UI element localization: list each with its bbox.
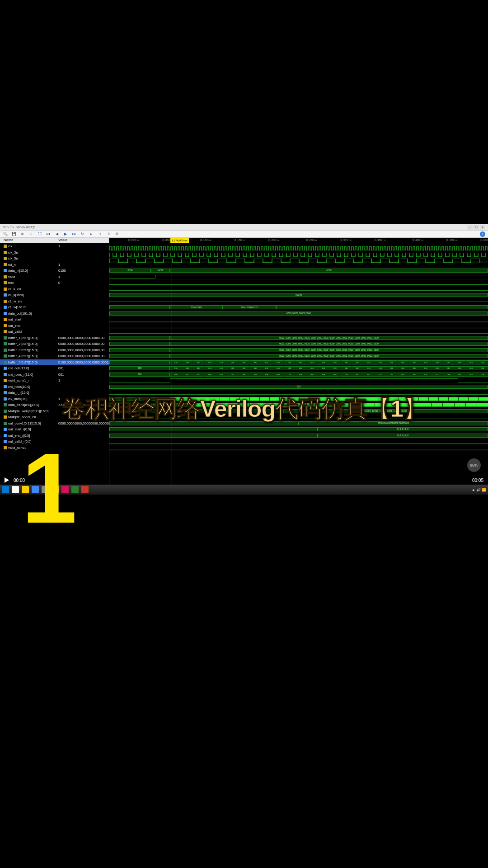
time-tick: |1,300 ns bbox=[340, 239, 352, 241]
signal-row[interactable]: c1_k_en bbox=[0, 286, 109, 292]
signal-row[interactable]: c1_k[15:0] bbox=[0, 292, 109, 298]
wave-row[interactable] bbox=[109, 323, 488, 329]
signal-row[interactable]: buffer_2[0:27][15:0]0000,0000,0000,0000,… bbox=[0, 341, 109, 347]
wave-row[interactable]: 0000XXXX0100 bbox=[109, 268, 488, 274]
step-fwd-icon[interactable]: ▶ bbox=[63, 231, 68, 236]
wave-row[interactable]: 0, 0, 0, 0, 0 bbox=[109, 433, 488, 439]
wave-row[interactable] bbox=[109, 329, 488, 335]
bus-icon bbox=[4, 367, 7, 370]
signal-row[interactable]: out_start_r[0:5] bbox=[0, 426, 109, 433]
maximize-button[interactable]: □ bbox=[474, 225, 479, 230]
bit-icon bbox=[4, 300, 7, 303]
signal-row[interactable]: clk_2n bbox=[0, 250, 109, 256]
wave-row[interactable]: 0100100100100100100100100100100100100100… bbox=[109, 359, 488, 366]
signal-row[interactable]: data_in[15:0]0100 bbox=[0, 268, 109, 274]
cursor-prev-icon[interactable]: ⏮ bbox=[46, 231, 51, 236]
step-back-icon[interactable]: ◀ bbox=[54, 231, 59, 236]
tray-icons[interactable]: ▲ 🔊 📶 bbox=[472, 488, 486, 492]
wave-row[interactable]: 0000100100100100100100100100100100100100… bbox=[109, 365, 488, 372]
minimize-button[interactable]: − bbox=[467, 225, 473, 230]
restart-icon[interactable]: ↻ bbox=[80, 231, 85, 236]
arr-icon bbox=[4, 354, 7, 358]
play-icon[interactable] bbox=[5, 477, 9, 483]
zoom-in-icon[interactable]: ⊕ bbox=[20, 231, 25, 236]
bus-icon bbox=[4, 440, 7, 443]
signal-row[interactable]: test0 bbox=[0, 280, 109, 286]
signal-row[interactable]: out_end bbox=[0, 323, 109, 329]
cursor-marker[interactable]: 1,176,000 ns bbox=[170, 238, 189, 243]
cursor-line[interactable] bbox=[172, 243, 172, 485]
wave-row[interactable]: 000 bbox=[109, 384, 488, 390]
run-icon[interactable]: ▸ bbox=[89, 231, 94, 236]
wave-row[interactable] bbox=[109, 298, 488, 305]
break-icon[interactable]: ⏸ bbox=[106, 231, 111, 236]
signal-row[interactable]: c1_w[191:0] bbox=[0, 304, 109, 311]
app5-icon[interactable] bbox=[81, 486, 89, 493]
title-bar: cnn_tb_behav.wcfg* − □ × bbox=[0, 224, 488, 231]
signal-value: 001 bbox=[56, 373, 109, 377]
run-all-icon[interactable]: ⇥ bbox=[97, 231, 102, 236]
signal-row[interactable]: out_valid bbox=[0, 329, 109, 335]
signal-name: test bbox=[8, 281, 14, 285]
signal-row[interactable]: data_out[191:0] bbox=[0, 311, 109, 317]
signal-row[interactable]: valid1 bbox=[0, 274, 109, 280]
value-column-header[interactable]: Value bbox=[56, 238, 109, 243]
signal-row[interactable]: buffer_3[0:27][15:0]0000,0000,0000,0000,… bbox=[0, 347, 109, 354]
signal-row[interactable]: clk1 bbox=[0, 243, 109, 250]
signal-name: out_start_r[0:5] bbox=[8, 427, 31, 431]
signal-name: cnt_rows_r[11:0] bbox=[8, 373, 33, 377]
close-button[interactable]: × bbox=[480, 225, 485, 230]
bit-icon bbox=[4, 257, 7, 260]
info-icon[interactable]: i bbox=[480, 231, 485, 237]
signal-row[interactable]: clk_5n bbox=[0, 255, 109, 262]
wave-row[interactable] bbox=[109, 286, 488, 292]
wave-row[interactable] bbox=[109, 445, 488, 451]
wave-row[interactable]: 0000, 0000, 0000, 0000, 0000, 0000, 0000… bbox=[109, 353, 488, 359]
wave-row[interactable] bbox=[109, 316, 488, 323]
wave-row[interactable]: 0000, 0000, 0000, 0000, 0000, 0000, 0000… bbox=[109, 341, 488, 347]
wave-row[interactable]: 0, 0, 0, 0, 0 bbox=[109, 426, 488, 433]
waveform-area[interactable]: 1,176,000 ns |1,000 ns|1,050 ns|1,100 ns… bbox=[109, 238, 488, 485]
zoom-out-icon[interactable]: ⊖ bbox=[28, 231, 33, 236]
wave-row[interactable] bbox=[109, 243, 488, 250]
signal-row[interactable]: cnt_cols[11:0]001 bbox=[0, 365, 109, 372]
wave-row[interactable]: 0000,00000,00000,0000 bbox=[109, 311, 488, 317]
signal-row[interactable]: c1_w_en bbox=[0, 298, 109, 305]
windows-start-icon[interactable] bbox=[2, 486, 9, 493]
zoom-fit-icon[interactable]: ⛶ bbox=[37, 231, 42, 236]
signal-row[interactable]: buffer_5[0:27][15:0]0100,0000,0000,0000,… bbox=[0, 359, 109, 366]
bus-icon bbox=[4, 293, 7, 297]
search-icon[interactable]: 🔍 bbox=[3, 231, 8, 236]
signal-name: cnt_rows[10:0] bbox=[8, 385, 30, 389]
signal-row[interactable]: buffer_1[0:27][15:0]0000,0000,0000,0000,… bbox=[0, 335, 109, 341]
wave-row[interactable]: CONV1,017000fa,1,CONV1,0170 bbox=[109, 304, 488, 311]
signal-row[interactable]: valid_conv1_r1 bbox=[0, 377, 109, 384]
wave-row[interactable]: 0000, 0000, 0000, 0000, 0000, 0000, 0000… bbox=[109, 347, 488, 354]
signal-name: Multiple_adder_en bbox=[8, 415, 36, 419]
save-icon[interactable]: 💾 bbox=[11, 231, 16, 236]
time-ruler[interactable]: 1,176,000 ns |1,000 ns|1,050 ns|1,100 ns… bbox=[109, 238, 488, 243]
arr-icon bbox=[4, 342, 7, 345]
cursor-next-icon[interactable]: ⏭ bbox=[71, 231, 76, 236]
time-tick: |1,250 ns bbox=[306, 239, 318, 241]
arr-icon bbox=[4, 410, 7, 413]
wave-row[interactable]: 00000000100200300400500600700800900a00b0… bbox=[109, 372, 488, 378]
wave-row[interactable] bbox=[109, 255, 488, 262]
wave-row[interactable] bbox=[109, 262, 488, 268]
signal-row[interactable]: cnt_rows_r[11:0]001 bbox=[0, 372, 109, 378]
name-column-header[interactable]: Name bbox=[0, 238, 56, 243]
signal-name: out_conv1[0:11][15:0] bbox=[8, 421, 41, 425]
settings-icon[interactable]: ⚙ bbox=[114, 231, 119, 236]
search-taskbar-icon[interactable] bbox=[12, 486, 19, 493]
wave-row[interactable]: 0000, 0000, 0000, 0000, 0000, 0000, 0000… bbox=[109, 335, 488, 341]
wave-row[interactable] bbox=[109, 377, 488, 384]
wave-row[interactable] bbox=[109, 274, 488, 280]
signal-row[interactable]: buffer_4[0:27][15:0]0000,0000,0000,0000,… bbox=[0, 353, 109, 359]
signal-row[interactable]: out_start bbox=[0, 316, 109, 323]
signal-row[interactable]: cnt_rows[10:0] bbox=[0, 384, 109, 390]
wave-row[interactable] bbox=[109, 280, 488, 286]
wave-row[interactable] bbox=[109, 250, 488, 256]
signal-row[interactable]: rst_n1 bbox=[0, 262, 109, 268]
wave-row[interactable]: 00000 bbox=[109, 292, 488, 298]
wave-row[interactable] bbox=[109, 439, 488, 445]
